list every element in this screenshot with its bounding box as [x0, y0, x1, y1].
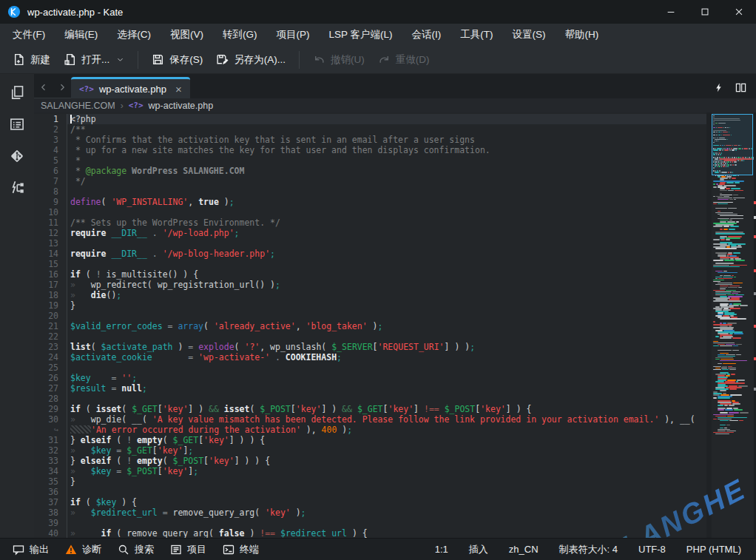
- code-line[interactable]: 32» $key = $_GET['key'];: [34, 445, 706, 456]
- code-line-text[interactable]: if ( isset( $_GET['key'] ) && isset( $_P…: [67, 404, 706, 414]
- code-line[interactable]: 9define( 'WP_INSTALLING', true );: [34, 197, 706, 207]
- code-line[interactable]: 18» die();: [34, 290, 706, 300]
- code-line[interactable]: 25: [34, 362, 706, 373]
- editor-scrollbar[interactable]: [706, 112, 712, 538]
- statusbar-encoding[interactable]: UTF-8: [628, 544, 676, 555]
- code-line-text[interactable]: $valid_error_codes = array( 'already_act…: [67, 321, 706, 331]
- statusbar-tab-size[interactable]: 制表符大小: 4: [549, 543, 628, 556]
- code-line[interactable]: 30» wp_die( __( 'A key value mismatch ha…: [34, 414, 706, 425]
- minimap-viewport[interactable]: [712, 114, 753, 175]
- code-line[interactable]: 24$activate_cookie = 'wp-activate-' . CO…: [34, 352, 706, 362]
- minimize-button[interactable]: [654, 0, 688, 24]
- code-line-text[interactable]: } elseif ( ! empty( $_GET['key'] ) ) {: [67, 435, 706, 445]
- chevron-down-icon[interactable]: [116, 55, 124, 64]
- menu-item-lspl[interactable]: LSP 客户端(L): [320, 24, 402, 46]
- tab-forward-button[interactable]: [53, 77, 71, 98]
- code-line[interactable]: 13: [34, 238, 706, 249]
- statusbar-syntax-mode[interactable]: PHP (HTML): [676, 544, 752, 555]
- code-line[interactable]: 10: [34, 207, 706, 217]
- split-view-icon[interactable]: [735, 82, 746, 93]
- toolbar-button-new-file[interactable]: 新建: [6, 49, 57, 71]
- statusbar-dictionary[interactable]: zh_CN: [499, 544, 549, 555]
- menu-item-s[interactable]: 设置(S): [503, 24, 556, 46]
- code-line[interactable]: 11/** Sets up the WordPress Environment.…: [34, 217, 706, 228]
- code-line[interactable]: 22: [34, 331, 706, 342]
- sidebar-tool-filelist-panel-icon[interactable]: [10, 117, 24, 132]
- code-line[interactable]: 38» $redirect_url = remove_query_arg( 'k…: [34, 507, 706, 518]
- code-line-text[interactable]: [67, 238, 706, 249]
- tab-back-button[interactable]: [34, 77, 53, 98]
- code-line[interactable]: 17» wp_redirect( wp_registration_url() )…: [34, 280, 706, 290]
- code-line-text[interactable]: » $redirect_url = remove_query_arg( 'key…: [67, 507, 706, 518]
- code-line[interactable]: 37if ( $key ) {: [34, 497, 706, 507]
- breadcrumb-file[interactable]: wp-activate.php: [149, 101, 214, 111]
- code-line-text[interactable]: /** Sets up the WordPress Environment. *…: [67, 217, 706, 228]
- code-line-text[interactable]: define( 'WP_INSTALLING', true );: [67, 197, 706, 207]
- tab-close-icon[interactable]: ×: [175, 84, 182, 95]
- code-line[interactable]: 7 */: [34, 176, 706, 186]
- menu-item-f[interactable]: 文件(F): [3, 24, 55, 46]
- code-line-text[interactable]: [67, 186, 706, 197]
- code-line-text[interactable]: $activate_cookie = 'wp-activate-' . COOK…: [67, 352, 706, 362]
- sidebar-tool-git-icon[interactable]: [10, 149, 24, 163]
- toolbar-button-undo[interactable]: 撤销(U): [306, 49, 371, 71]
- code-line[interactable]: 27$result = null;: [34, 383, 706, 394]
- toolbar-button-save-as[interactable]: 另存为(A)...: [209, 49, 292, 71]
- minimap[interactable]: [712, 112, 754, 538]
- code-line[interactable]: 6 * @package WordPress SALANGHE.COM: [34, 166, 706, 176]
- menu-item-v[interactable]: 视图(V): [161, 24, 213, 46]
- statusbar-toggle-terminal[interactable]: 终端: [215, 543, 267, 556]
- code-line-text[interactable]: require __DIR__ . '/wp-load.php';: [67, 228, 706, 238]
- code-line[interactable]: 4 * up for a new site matches the key fo…: [34, 145, 706, 155]
- maximize-button[interactable]: [688, 0, 722, 24]
- statusbar-toggle-warning[interactable]: 诊断: [57, 543, 109, 556]
- code-line[interactable]: 21$valid_error_codes = array( 'already_a…: [34, 321, 706, 331]
- quick-open-bolt-icon[interactable]: [714, 83, 723, 92]
- code-line-text[interactable]: require __DIR__ . '/wp-blog-header.php';: [67, 249, 706, 259]
- toolbar-button-open[interactable]: 打开...: [57, 49, 131, 71]
- code-line-text[interactable]: » wp_die( __( 'A key value mismatch has …: [67, 414, 706, 425]
- code-line-text[interactable]: if ( $key ) {: [67, 497, 706, 507]
- code-line[interactable]: 31} elseif ( ! empty( $_GET['key'] ) ) {: [34, 435, 706, 445]
- code-line-text[interactable]: [67, 487, 706, 497]
- menu-item-p[interactable]: 项目(P): [267, 24, 320, 46]
- statusbar-toggle-output[interactable]: 输出: [4, 543, 57, 556]
- statusbar-toggle-search[interactable]: 搜索: [109, 543, 162, 556]
- code-line-text[interactable]: *: [67, 155, 706, 166]
- statusbar-cursor-position[interactable]: 1:1: [425, 544, 459, 555]
- code-line-text[interactable]: » if ( remove_query_arg( false ) !== $re…: [67, 528, 706, 538]
- code-line[interactable]: 19}: [34, 300, 706, 311]
- code-line[interactable]: 36: [34, 487, 706, 497]
- code-line-text[interactable]: /**: [67, 124, 706, 135]
- code-line-text[interactable]: [67, 311, 706, 321]
- sidebar-tool-documents-icon[interactable]: [10, 85, 24, 100]
- toolbar-button-save[interactable]: 保存(S): [145, 49, 209, 71]
- code-line[interactable]: 1<?php: [34, 114, 706, 124]
- statusbar-toggle-project[interactable]: 项目: [162, 543, 215, 556]
- statusbar-insert-mode[interactable]: 插入: [459, 543, 499, 556]
- code-line[interactable]: 34» $key = $_POST['key'];: [34, 466, 706, 476]
- code-line[interactable]: 29if ( isset( $_GET['key'] ) && isset( $…: [34, 404, 706, 414]
- code-line[interactable]: 5 *: [34, 155, 706, 166]
- code-line-text[interactable]: [67, 259, 706, 269]
- code-line-text[interactable]: */: [67, 176, 706, 186]
- code-line-text[interactable]: list( $activate_path ) = explode( '?', w…: [67, 342, 706, 352]
- code-line[interactable]: 26$key = '';: [34, 373, 706, 383]
- code-line-text[interactable]: 'An error occurred during the activation…: [67, 425, 706, 435]
- code-line-text[interactable]: » $key = $_GET['key'];: [67, 445, 706, 456]
- code-line[interactable]: 35}: [34, 476, 706, 487]
- code-line[interactable]: 28: [34, 394, 706, 404]
- code-line[interactable]: 20: [34, 311, 706, 321]
- code-line-text[interactable]: $key = '';: [67, 373, 706, 383]
- code-line-text[interactable]: }: [67, 300, 706, 311]
- code-line[interactable]: 23list( $activate_path ) = explode( '?',…: [34, 342, 706, 352]
- code-line-text[interactable]: [67, 362, 706, 373]
- code-line-text[interactable]: [67, 331, 706, 342]
- menu-item-i[interactable]: 会话(I): [402, 24, 451, 46]
- code-line[interactable]: 33} elseif ( ! empty( $_POST['key'] ) ) …: [34, 456, 706, 466]
- sidebar-tool-lsp-symbols-icon[interactable]: [10, 181, 24, 195]
- code-line[interactable]: 8: [34, 186, 706, 197]
- code-line-text[interactable]: [67, 394, 706, 404]
- toolbar-button-redo[interactable]: 重做(D): [371, 49, 436, 71]
- code-line-text[interactable]: [67, 207, 706, 217]
